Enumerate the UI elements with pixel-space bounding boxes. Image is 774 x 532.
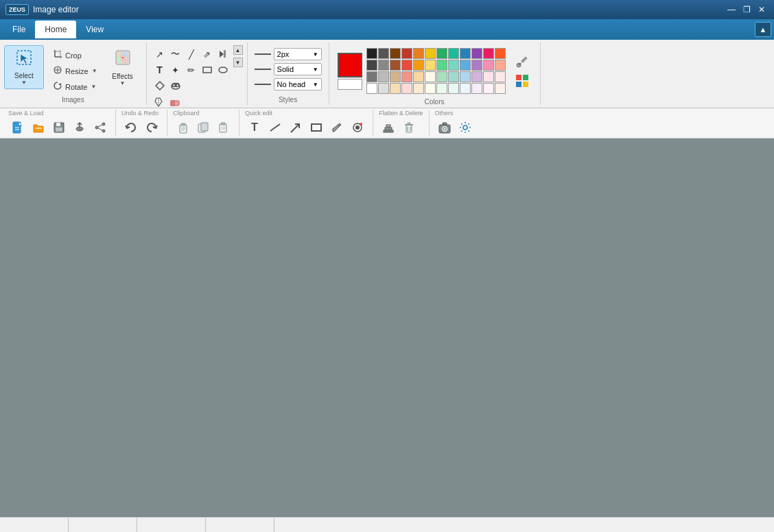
color-ivory[interactable]	[425, 83, 436, 94]
camera-button[interactable]	[435, 118, 454, 137]
color-lavender[interactable]	[471, 83, 482, 94]
eyedropper-button[interactable]	[513, 53, 532, 70]
tab-file[interactable]: File	[3, 21, 35, 38]
tab-home[interactable]: Home	[35, 21, 76, 38]
color-pink[interactable]	[483, 48, 494, 59]
quick-rect-button[interactable]	[307, 118, 326, 137]
color-aliceblue[interactable]	[460, 83, 471, 94]
arrow-head-dropdown[interactable]: No head ▼	[274, 78, 322, 90]
stroke-size-dropdown[interactable]: 2px ▼	[274, 48, 322, 60]
color-honeydew[interactable]	[436, 83, 447, 94]
sparkle-tool[interactable]: ✦	[168, 62, 183, 77]
color-mintcream[interactable]	[448, 83, 459, 94]
color-lightgray[interactable]	[378, 83, 389, 94]
color-peach[interactable]	[495, 60, 506, 71]
new-file-button[interactable]	[8, 118, 27, 137]
redo-button[interactable]	[142, 118, 161, 137]
color-white[interactable]	[366, 83, 377, 94]
color-purple[interactable]	[471, 48, 482, 59]
color-lightpurple[interactable]	[471, 71, 482, 82]
effects-button[interactable]: Effects ▼	[104, 45, 142, 89]
quick-line-button[interactable]	[266, 118, 285, 137]
color-blue2[interactable]	[460, 60, 471, 71]
cloud-tool[interactable]	[168, 78, 183, 93]
undo-button[interactable]	[121, 118, 141, 137]
rect-tool[interactable]	[200, 62, 215, 77]
text-tool[interactable]: T	[152, 62, 167, 77]
diamond-tool[interactable]	[152, 78, 167, 93]
quick-fill-button[interactable]	[348, 118, 367, 137]
diagonal-arrow-tool[interactable]: ⇗	[200, 47, 215, 62]
quick-pencil-button[interactable]	[327, 118, 347, 137]
save-file-button[interactable]	[49, 118, 69, 137]
ellipse-tool[interactable]	[215, 62, 231, 77]
settings-button[interactable]	[456, 118, 475, 137]
color-seashell[interactable]	[495, 83, 506, 94]
color-lightblue[interactable]	[460, 71, 471, 82]
curve-tool[interactable]: 〜	[168, 47, 183, 62]
stroke-style-dropdown[interactable]: Solid ▼	[274, 63, 322, 75]
secondary-color-swatch[interactable]	[338, 79, 362, 90]
color-teal2[interactable]	[448, 60, 459, 71]
color-black[interactable]	[366, 48, 377, 59]
primary-color-swatch[interactable]	[338, 53, 362, 77]
close-button[interactable]: ✕	[755, 3, 769, 16]
color-wheat[interactable]	[390, 83, 401, 94]
share-button[interactable]	[91, 118, 110, 137]
rotate-button[interactable]: Rotate ▼	[49, 80, 101, 94]
tab-view[interactable]: View	[76, 21, 113, 38]
color-lightgreen[interactable]	[436, 71, 447, 82]
color-dgray[interactable]	[378, 48, 389, 59]
color-mistyrose[interactable]	[401, 83, 412, 94]
upload-button[interactable]	[70, 118, 89, 137]
copy-button[interactable]	[194, 118, 213, 137]
open-file-button[interactable]	[29, 118, 48, 137]
pencil-tool[interactable]: ✏	[184, 62, 199, 77]
color-linen[interactable]	[413, 83, 424, 94]
paint-bucket-tool[interactable]	[151, 95, 166, 110]
color-orange2[interactable]	[413, 60, 424, 71]
fill-bucket-tool[interactable]	[215, 47, 231, 62]
color-tan[interactable]	[390, 71, 401, 82]
color-gray2[interactable]	[366, 60, 377, 71]
color-sienna[interactable]	[390, 60, 401, 71]
line-tool[interactable]: ╱	[184, 47, 199, 62]
color-lightred[interactable]	[401, 71, 412, 82]
color-lightorange2[interactable]	[495, 71, 506, 82]
color-blue[interactable]	[460, 48, 471, 59]
flatten-button[interactable]	[379, 118, 398, 137]
color-lightpink[interactable]	[483, 71, 494, 82]
color-pink2[interactable]	[483, 60, 494, 71]
color-yellow2[interactable]	[425, 60, 436, 71]
color-red2[interactable]	[401, 60, 412, 71]
clipboard-paste-button[interactable]	[214, 118, 233, 137]
canvas-area[interactable]	[0, 138, 774, 517]
paste-button[interactable]	[173, 118, 192, 137]
restore-button[interactable]: ❐	[740, 3, 753, 16]
quick-text-button[interactable]: T	[245, 118, 264, 137]
color-teal[interactable]	[448, 48, 459, 59]
color-deeporange[interactable]	[495, 48, 506, 59]
arrow-tool[interactable]: ↗	[152, 47, 167, 62]
tools-scroll-down[interactable]: ▼	[233, 58, 243, 67]
color-purple2[interactable]	[471, 60, 482, 71]
color-green2[interactable]	[436, 60, 447, 71]
color-brown[interactable]	[390, 48, 401, 59]
color-darkred[interactable]	[401, 48, 412, 59]
color-orange[interactable]	[413, 48, 424, 59]
tools-scroll-up[interactable]: ▲	[233, 45, 243, 55]
color-grid-button[interactable]	[513, 73, 532, 89]
color-lavenderblush[interactable]	[483, 83, 494, 94]
resize-button[interactable]: Resize ▼	[49, 64, 101, 78]
crop-button[interactable]: Crop	[49, 48, 101, 62]
color-gray5[interactable]	[378, 71, 389, 82]
color-lightyellow[interactable]	[425, 71, 436, 82]
color-lightteal[interactable]	[448, 71, 459, 82]
eraser-tool[interactable]	[167, 95, 183, 110]
color-green[interactable]	[436, 48, 447, 59]
color-gray3[interactable]	[378, 60, 389, 71]
ribbon-collapse-button[interactable]: ▲	[755, 22, 771, 37]
delete-button[interactable]	[399, 118, 419, 137]
select-button[interactable]: Select ▼	[4, 45, 44, 89]
minimize-button[interactable]: —	[725, 3, 738, 16]
